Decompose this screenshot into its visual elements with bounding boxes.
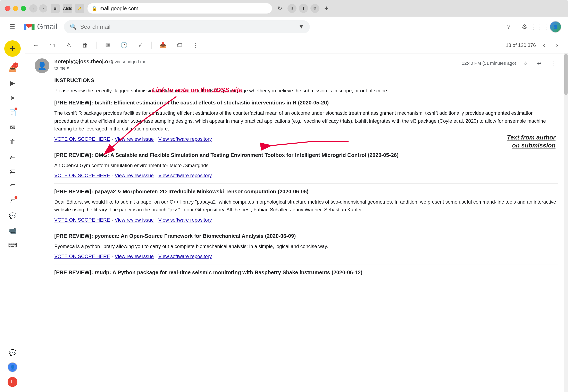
gmail-header: ☰ Gmail 🔍 ▼ [0, 17, 568, 37]
sidebar-item-label2[interactable]: 🏷 [6, 165, 19, 178]
hamburger-menu-button[interactable]: ☰ [7, 22, 17, 32]
divider-2 [54, 228, 558, 228]
instructions-title: INSTRUCTIONS [54, 77, 558, 84]
sidebar-item-drafts[interactable]: 📄 [6, 106, 19, 119]
header-actions: ? ⚙ ⋮⋮⋮ 👤 [503, 21, 561, 33]
download-icon-button[interactable]: ⬇ [287, 4, 297, 13]
sender-to: to me ▾ [54, 66, 457, 71]
sidebar-status-btn[interactable]: L [8, 377, 17, 387]
gmail-logo: Gmail [24, 22, 57, 31]
apps-button[interactable]: ⋮⋮⋮ [534, 21, 546, 33]
mark-unread-button[interactable]: ✉ [102, 40, 113, 51]
sidebar-item-label3[interactable]: 🏷 [6, 180, 19, 193]
email-sender-row: 👤 noreply@joss.theoj.org via sendgrid.me… [35, 58, 558, 73]
settings-button[interactable]: ⚙ [519, 21, 530, 33]
search-input[interactable] [80, 24, 295, 30]
browser-titlebar: ‹ › ⊞ ABB 🔑 🔒 mail.google.com ↻ ⬇ ⬆ ⧉ + [0, 0, 568, 17]
sidebar-item-label4[interactable]: 🏷 [6, 194, 19, 208]
tab-icon-abb[interactable]: ABB [63, 4, 72, 13]
submission-desc-3: Pyomeca is a python library allowing you… [54, 242, 558, 250]
sidebar-item-trash[interactable]: 🗑 [6, 135, 19, 149]
sidebar-item-chat[interactable]: 💬 [6, 346, 19, 359]
new-tab-clone-button[interactable]: ⧉ [311, 4, 319, 13]
traffic-lights [5, 6, 26, 11]
vote-link-0[interactable]: VOTE ON SCOPE HERE [54, 136, 110, 142]
review-link-3[interactable]: View review issue [115, 253, 154, 259]
close-button[interactable] [5, 6, 11, 11]
star-button[interactable]: ☆ [520, 58, 530, 68]
sidebar-item-status[interactable]: L [6, 375, 19, 389]
gmail-logo-icon [24, 23, 35, 31]
lock-icon: 🔒 [92, 6, 97, 11]
submission-title-3: [PRE REVIEW]: pyomeca: An Open-Source Fr… [54, 233, 558, 239]
sidebar-item-snoozed[interactable]: ▶ [6, 76, 19, 89]
email-body: INSTRUCTIONS Please review the recently-… [54, 77, 558, 283]
sidebar-item-mail[interactable]: ✉ [6, 121, 19, 134]
next-email-button[interactable]: › [552, 40, 562, 50]
sidebar-item-keyboard[interactable]: ⌨ [6, 238, 19, 252]
toolbar-separator-1 [96, 42, 97, 49]
more-button[interactable]: ⋮ [190, 40, 201, 51]
compose-button[interactable]: + [4, 40, 21, 57]
sidebar-item-inbox[interactable]: 📥 3 [6, 62, 19, 75]
email-section-submission-4: [PRE REVIEW]: rsudp: A Python package fo… [54, 269, 558, 276]
submission-desc-1: An OpenAI Gym conform simulation environ… [54, 162, 558, 169]
repo-link-0[interactable]: View software repository [158, 136, 212, 142]
reply-button[interactable]: ↩ [534, 58, 544, 68]
tab-icon-key[interactable]: 🔑 [75, 4, 84, 13]
divider-1 [54, 183, 558, 183]
report-button[interactable]: ⚠ [63, 40, 74, 51]
add-tab-button[interactable]: + [322, 4, 331, 13]
divider-3 [54, 264, 558, 265]
repo-link-2[interactable]: View software repository [158, 217, 212, 223]
review-link-0[interactable]: View review issue [115, 136, 154, 142]
maximize-button[interactable] [21, 6, 26, 11]
trash-icon: 🗑 [9, 139, 15, 145]
delete-button[interactable]: 🗑 [80, 40, 90, 51]
sidebar-item-profile[interactable]: 👤 [6, 361, 19, 374]
gmail-title: Gmail [37, 22, 57, 31]
search-bar[interactable]: 🔍 ▼ [64, 20, 310, 33]
prev-email-button[interactable]: ‹ [539, 40, 549, 50]
repo-link-3[interactable]: View software repository [158, 253, 212, 259]
expand-to-icon[interactable]: ▾ [67, 66, 69, 71]
snooze-button[interactable]: 🕐 [119, 40, 129, 51]
reload-button[interactable]: ↻ [275, 4, 284, 13]
done-button[interactable]: ✓ [135, 40, 146, 51]
email-count-text: 13 of 120,376 [506, 42, 536, 48]
vote-link-2[interactable]: VOTE ON SCOPE HERE [54, 217, 110, 223]
submission-desc-2: Dear Editors, we would like to submit a … [54, 198, 558, 214]
sidebar-item-label1[interactable]: 🏷 [6, 150, 19, 163]
search-icon: 🔍 [70, 23, 77, 30]
tab-layout-button[interactable]: ⊞ [51, 4, 60, 13]
back-to-inbox-button[interactable]: ← [30, 40, 41, 51]
user-avatar[interactable]: 👤 [550, 21, 561, 33]
sidebar-item-label5[interactable]: 💬 [6, 209, 19, 222]
sidebar-item-meet[interactable]: 📹 [6, 224, 19, 237]
back-button[interactable]: ‹ [29, 4, 38, 13]
sidebar-avatar[interactable]: 👤 [8, 362, 17, 372]
review-link-2[interactable]: View review issue [115, 217, 154, 223]
more-actions-button[interactable]: ⋮ [548, 58, 558, 68]
meet-icon: 📹 [9, 227, 16, 234]
label3-icon: 🏷 [9, 183, 15, 190]
search-dropdown-icon[interactable]: ▼ [298, 24, 304, 30]
submission-title-1: [PRE REVIEW]: OMG: A Scalable and Flexib… [54, 152, 558, 158]
sender-avatar: 👤 [35, 58, 49, 73]
address-bar[interactable]: 🔒 mail.google.com [87, 3, 272, 14]
archive-button[interactable]: 🗃 [47, 40, 57, 51]
vote-link-3[interactable]: VOTE ON SCOPE HERE [54, 253, 110, 259]
submission-title-4: [PRE REVIEW]: rsudp: A Python package fo… [54, 269, 558, 276]
help-button[interactable]: ? [503, 21, 514, 33]
move-to-button[interactable]: 📥 [157, 40, 168, 51]
forward-button[interactable]: › [39, 4, 47, 13]
vote-link-1[interactable]: VOTE ON SCOPE HERE [54, 173, 110, 178]
sidebar-item-sent[interactable]: ➤ [6, 91, 19, 104]
labels-button[interactable]: 🏷 [174, 40, 185, 51]
scrollbar-track[interactable] [564, 54, 568, 392]
share-button[interactable]: ⬆ [299, 4, 308, 13]
review-link-1[interactable]: View review issue [115, 173, 154, 178]
minimize-button[interactable] [13, 6, 18, 11]
repo-link-1[interactable]: View software repository [158, 173, 212, 178]
scrollbar-thumb[interactable] [564, 54, 568, 95]
